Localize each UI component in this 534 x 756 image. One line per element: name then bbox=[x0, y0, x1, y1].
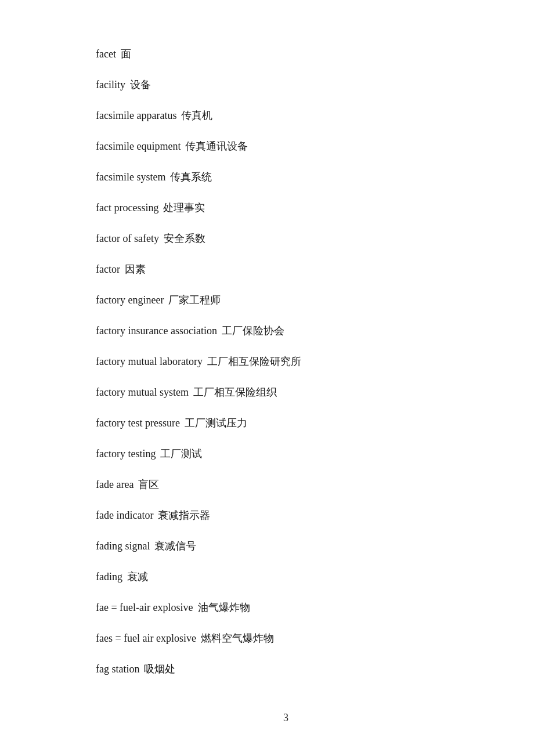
entry-factory-testing: factory testing工厂测试 bbox=[96, 446, 476, 462]
english-term-fade-area: fade area bbox=[96, 479, 134, 490]
chinese-translation-fading-signal: 衰减信号 bbox=[154, 540, 196, 552]
english-term-facsimile-equipment: facsimile equipment bbox=[96, 140, 181, 152]
chinese-translation-factory-test-pressure: 工厂测试压力 bbox=[185, 417, 247, 429]
chinese-translation-factory-insurance-association: 工厂保险协会 bbox=[222, 325, 284, 337]
entry-factory-test-pressure: factory test pressure工厂测试压力 bbox=[96, 415, 476, 431]
english-term-factory-engineer: factory engineer bbox=[96, 294, 164, 306]
english-term-fae: fae = fuel-air explosive bbox=[96, 602, 193, 613]
entry-factory-insurance-association: factory insurance association工厂保险协会 bbox=[96, 323, 476, 339]
chinese-translation-facsimile-apparatus: 传真机 bbox=[181, 110, 212, 121]
chinese-translation-factory-mutual-laboratory: 工厂相互保险研究所 bbox=[207, 356, 301, 367]
entry-facsimile-system: facsimile system传真系统 bbox=[96, 169, 476, 185]
chinese-translation-factory-testing: 工厂测试 bbox=[160, 448, 202, 460]
entry-fading-signal: fading signal衰减信号 bbox=[96, 538, 476, 554]
chinese-translation-factor-of-safety: 安全系数 bbox=[164, 233, 205, 244]
english-term-faes: faes = fuel air explosive bbox=[96, 632, 196, 644]
chinese-translation-fade-area: 盲区 bbox=[138, 479, 159, 490]
english-term-factory-mutual-system: factory mutual system bbox=[96, 386, 189, 398]
chinese-translation-facet: 面 bbox=[121, 48, 131, 60]
english-term-facility: facility bbox=[96, 79, 125, 91]
english-term-factory-insurance-association: factory insurance association bbox=[96, 325, 217, 337]
english-term-fading-signal: fading signal bbox=[96, 540, 150, 552]
english-term-fading: fading bbox=[96, 571, 122, 583]
entry-facsimile-apparatus: facsimile apparatus传真机 bbox=[96, 108, 476, 124]
chinese-translation-factor: 因素 bbox=[125, 263, 146, 275]
chinese-translation-facsimile-system: 传真系统 bbox=[170, 171, 212, 183]
entry-fact-processing: fact processing处理事实 bbox=[96, 200, 476, 216]
chinese-translation-faes: 燃料空气爆炸物 bbox=[201, 632, 274, 644]
english-term-fact-processing: fact processing bbox=[96, 202, 158, 214]
chinese-translation-fact-processing: 处理事实 bbox=[163, 202, 205, 214]
entry-facsimile-equipment: facsimile equipment传真通讯设备 bbox=[96, 139, 476, 154]
entry-factory-mutual-laboratory: factory mutual laboratory工厂相互保险研究所 bbox=[96, 354, 476, 370]
chinese-translation-fae: 油气爆炸物 bbox=[198, 602, 250, 613]
entry-faes: faes = fuel air explosive燃料空气爆炸物 bbox=[96, 631, 476, 646]
chinese-translation-fag-station: 吸烟处 bbox=[144, 663, 175, 675]
english-term-factor-of-safety: factor of safety bbox=[96, 233, 159, 244]
entry-facet: facet面 bbox=[96, 46, 476, 62]
english-term-factory-test-pressure: factory test pressure bbox=[96, 417, 180, 429]
chinese-translation-facility: 设备 bbox=[130, 79, 151, 91]
chinese-translation-factory-mutual-system: 工厂相互保险组织 bbox=[193, 386, 277, 398]
chinese-translation-facsimile-equipment: 传真通讯设备 bbox=[185, 140, 248, 152]
entry-fade-indicator: fade indicator衰减指示器 bbox=[96, 508, 476, 523]
entry-fade-area: fade area盲区 bbox=[96, 477, 476, 493]
entry-fag-station: fag station吸烟处 bbox=[96, 661, 476, 677]
page-number: 3 bbox=[96, 712, 476, 724]
chinese-translation-factory-engineer: 厂家工程师 bbox=[168, 294, 221, 306]
english-term-factory-mutual-laboratory: factory mutual laboratory bbox=[96, 356, 203, 367]
entry-fae: fae = fuel-air explosive油气爆炸物 bbox=[96, 600, 476, 616]
english-term-fag-station: fag station bbox=[96, 663, 139, 675]
entry-fading: fading衰减 bbox=[96, 569, 476, 585]
english-term-fade-indicator: fade indicator bbox=[96, 509, 153, 521]
english-term-facet: facet bbox=[96, 48, 116, 60]
english-term-facsimile-apparatus: facsimile apparatus bbox=[96, 110, 176, 121]
english-term-factor: factor bbox=[96, 263, 120, 275]
entry-factor-of-safety: factor of safety安全系数 bbox=[96, 231, 476, 247]
entry-factory-engineer: factory engineer厂家工程师 bbox=[96, 292, 476, 308]
english-term-factory-testing: factory testing bbox=[96, 448, 156, 460]
chinese-translation-fading: 衰减 bbox=[127, 571, 148, 583]
entry-factor: factor因素 bbox=[96, 262, 476, 277]
english-term-facsimile-system: facsimile system bbox=[96, 171, 165, 183]
chinese-translation-fade-indicator: 衰减指示器 bbox=[158, 509, 210, 521]
entry-factory-mutual-system: factory mutual system工厂相互保险组织 bbox=[96, 385, 476, 400]
entry-facility: facility设备 bbox=[96, 77, 476, 93]
